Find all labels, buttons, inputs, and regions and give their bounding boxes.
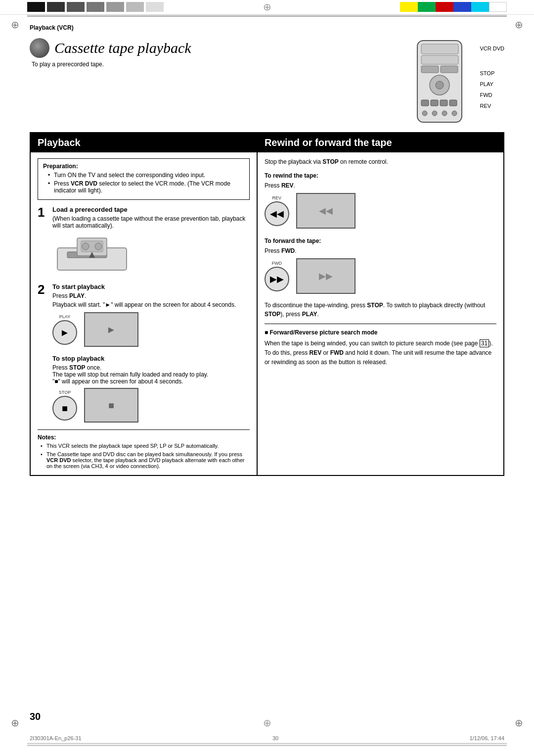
fw-rev-section: ■ Forward/Reverse picture search mode Wh… xyxy=(265,324,496,368)
rev-btn-label: REV xyxy=(272,195,282,200)
rewind-btn-screen: REV ◀◀ ◀◀ xyxy=(265,193,496,229)
stop-playback-text: Stop the playback via STOP on remote con… xyxy=(265,158,496,165)
stop-playback-section: To stop playback Press STOP once. The ta… xyxy=(52,355,250,423)
svg-rect-4 xyxy=(441,66,458,73)
preparation-title: Preparation: xyxy=(43,163,244,170)
breadcrumb: Playback (VCR) xyxy=(30,24,74,31)
step-2-number: 2 xyxy=(38,283,48,350)
preparation-list: • Turn ON the TV and select the correspo… xyxy=(43,172,244,194)
svg-point-20 xyxy=(95,243,102,250)
remote-illustration: VCR DVD STOP PLAY FWD REV xyxy=(267,38,504,127)
crosshair-bottom-right: ⊕ xyxy=(515,717,523,729)
step-1-number: 1 xyxy=(38,206,48,278)
svg-rect-2 xyxy=(421,55,458,64)
crosshair-top-center: ⊕ xyxy=(263,1,271,13)
step-1: 1 Load a prerecorded tape (When loading … xyxy=(38,206,250,278)
fw-rev-title: ■ Forward/Reverse picture search mode xyxy=(265,329,496,336)
page-footer: 2I30301A-En_p26-31 30 1/12/06, 17:44 xyxy=(30,735,504,741)
step-2-desc: Playback will start. "►" will appear on … xyxy=(52,301,250,308)
rewind-heading: Rewind or forward the tape xyxy=(258,133,503,152)
remote-label-vcrdvd: VCR DVD xyxy=(480,43,504,54)
rev-button-illus: ◀◀ xyxy=(265,201,289,226)
preparation-box: Preparation: • Turn ON the TV and select… xyxy=(38,158,250,200)
playback-column: Playback Preparation: • Turn ON the TV a… xyxy=(31,133,258,475)
step-2-title: To start playback xyxy=(52,283,250,290)
svg-rect-7 xyxy=(421,100,429,106)
step-2-btn-screen: PLAY ► ► xyxy=(52,312,250,347)
step-1-desc: (When loading a cassette tape without th… xyxy=(52,215,250,229)
remote-label-rev: REV xyxy=(480,100,504,111)
cassette-icon xyxy=(30,38,49,58)
svg-rect-8 xyxy=(431,100,438,106)
remote-label-stop: STOP xyxy=(480,68,504,79)
rewind-title: To rewind the tape: xyxy=(265,172,496,179)
remote-label-fwd: FWD xyxy=(480,90,504,100)
notes-title: Notes: xyxy=(38,434,250,441)
stop-screen-illus: ■ xyxy=(84,388,138,423)
play-screen-illus: ► xyxy=(84,312,138,347)
prep-item-1: • Turn ON the TV and select the correspo… xyxy=(48,172,244,179)
step-1-title: Load a prerecorded tape xyxy=(52,206,250,213)
tape-loading-illus xyxy=(52,233,250,274)
footer-center: 30 xyxy=(272,735,278,741)
stop-title: To stop playback xyxy=(52,355,250,362)
stop-btn-label: STOP xyxy=(59,390,71,395)
notes-section: Notes: • This VCR selects the playback t… xyxy=(38,429,250,469)
crosshair-bottom-left: ⊕ xyxy=(11,717,19,729)
stop-btn-screen: STOP ■ ■ xyxy=(52,388,250,423)
footer-right: 1/12/06, 17:44 xyxy=(470,735,504,741)
svg-rect-1 xyxy=(421,44,458,54)
crosshair-top-left: ⊕ xyxy=(11,19,19,31)
stop-button-illus: ■ xyxy=(52,396,77,421)
fwd-screen-illus: ▶▶ xyxy=(296,258,356,294)
page-number: 30 xyxy=(30,711,41,722)
note-1: • This VCR selects the playback tape spe… xyxy=(41,443,250,449)
notes-list: • This VCR selects the playback tape spe… xyxy=(38,443,250,469)
svg-point-19 xyxy=(82,243,89,250)
prep-item-2: • Press VCR DVD selector to select the V… xyxy=(48,180,244,194)
svg-rect-9 xyxy=(440,100,447,106)
fw-rev-desc: When the tape is being winded, you can s… xyxy=(265,339,496,368)
crosshair-top-right: ⊕ xyxy=(515,19,523,31)
remote-svg xyxy=(407,38,472,127)
play-button-illus: ► xyxy=(52,320,77,345)
forward-btn-screen: FWD ▶▶ ▶▶ xyxy=(265,258,496,294)
svg-point-12 xyxy=(432,111,437,116)
rev-screen-illus: ◀◀ xyxy=(296,193,356,229)
svg-rect-10 xyxy=(449,100,457,106)
forward-subsection: To forward the tape: Press FWD. FWD ▶▶ ▶… xyxy=(265,237,496,294)
forward-title: To forward the tape: xyxy=(265,237,496,244)
note-2: • The Cassette tape and DVD disc can be … xyxy=(41,451,250,469)
svg-point-13 xyxy=(442,111,447,116)
fwd-btn-label: FWD xyxy=(272,261,282,266)
playback-heading: Playback xyxy=(31,133,257,152)
svg-point-11 xyxy=(422,111,427,116)
svg-point-6 xyxy=(436,81,444,89)
svg-rect-3 xyxy=(421,66,439,73)
page-title: Cassette tape playback xyxy=(54,40,191,56)
title-subtitle: To play a prerecorded tape. xyxy=(32,61,248,68)
crosshair-bottom-center: ⊕ xyxy=(263,717,271,729)
remote-label-play: PLAY xyxy=(480,79,504,90)
discontinue-text: To discontinue the tape-winding, press S… xyxy=(265,301,496,319)
rewind-column: Rewind or forward the tape Stop the play… xyxy=(258,133,503,475)
play-btn-label: PLAY xyxy=(59,314,70,319)
step-2: 2 To start playback Press PLAY. Playback… xyxy=(38,283,250,350)
footer-left: 2I30301A-En_p26-31 xyxy=(30,735,82,741)
svg-point-14 xyxy=(452,111,457,116)
title-section: Cassette tape playback To play a prereco… xyxy=(30,38,248,68)
rewind-subsection: To rewind the tape: Press REV. REV ◀◀ ◀◀ xyxy=(265,172,496,229)
fwd-button-illus: ▶▶ xyxy=(265,267,289,291)
